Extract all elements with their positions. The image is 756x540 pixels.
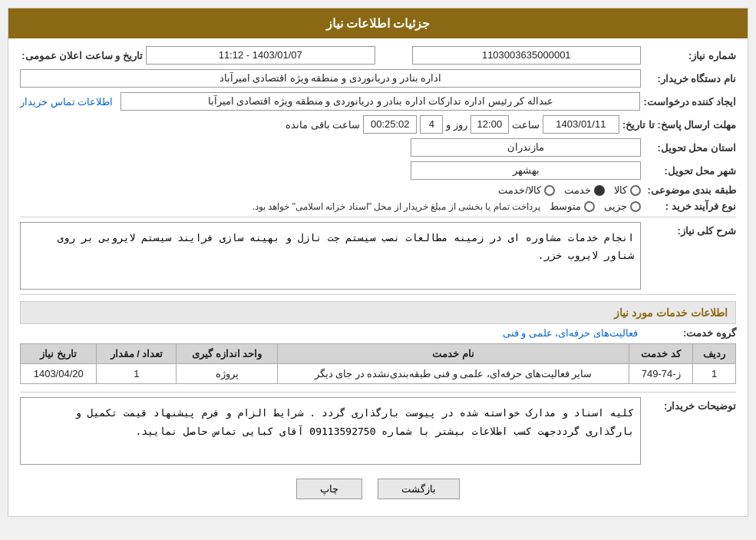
- purchase-type-mota[interactable]: متوسط: [550, 200, 595, 212]
- deadline-days-label: روز و: [446, 119, 467, 131]
- city-value: بهشهر: [411, 161, 641, 180]
- pub-date-value: 1403/01/07 - 11:12: [146, 46, 375, 65]
- category-option2-label: خدمت: [564, 184, 591, 196]
- category-option-kala-khedmat[interactable]: کالا/خدمت: [498, 184, 555, 196]
- category-radio-group: کالا خدمت کالا/خدمت: [20, 184, 641, 196]
- purchase-type2-label: متوسط: [550, 200, 581, 212]
- print-button[interactable]: چاپ: [296, 479, 362, 499]
- col-header-unit: واحد اندازه گیری: [177, 344, 277, 364]
- col-header-date: تاریخ نیاز: [21, 344, 97, 364]
- deadline-time-label: ساعت: [512, 119, 540, 131]
- customer-name-value: اداره بنادر و دریانوردی و منطقه ویژه اقت…: [20, 69, 641, 88]
- radio-kala-icon: [630, 185, 641, 196]
- desc-section-label: شرح کلی نیاز:: [644, 222, 736, 237]
- category-option-kala[interactable]: کالا: [614, 184, 641, 196]
- bottom-buttons: بازگشت چاپ: [20, 469, 736, 509]
- deadline-days: 4: [420, 115, 443, 134]
- buyer-notes-textarea: [20, 397, 641, 465]
- province-label: استان محل تحویل:: [644, 142, 736, 154]
- deadline-remaining: 00:25:02: [363, 115, 417, 134]
- table-row: 1ز-74-749سایر فعالیت‌های حرفه‌ای، علمی و…: [21, 364, 736, 384]
- purchase-type-jozi[interactable]: جزیی: [604, 200, 641, 212]
- col-header-name: نام خدمت: [277, 344, 629, 364]
- creator-link[interactable]: اطلاعات تماس خریدار: [20, 96, 113, 108]
- creator-label: ایجاد کننده درخواست:: [643, 96, 736, 108]
- table-cell: ز-74-749: [629, 364, 693, 384]
- buyer-notes-label: توضیحات خریدار:: [644, 397, 736, 412]
- deadline-remaining-label: ساعت باقی مانده: [286, 119, 360, 131]
- category-option3-label: کالا/خدمت: [498, 184, 541, 196]
- col-header-code: کد خدمت: [629, 344, 693, 364]
- services-table: ردیف کد خدمت نام خدمت واحد اندازه گیری ت…: [20, 343, 736, 384]
- col-header-row: ردیف: [693, 344, 736, 364]
- radio-jozi-icon: [630, 201, 641, 212]
- purchase-type1-label: جزیی: [604, 200, 627, 212]
- province-value: مازندران: [411, 138, 641, 157]
- purchase-type-radio-group: جزیی متوسط پرداخت تمام یا بخشی از مبلغ خ…: [20, 200, 641, 212]
- need-number-value: 1103003635000001: [412, 46, 642, 65]
- table-cell: 1: [693, 364, 736, 384]
- category-option1-label: کالا: [614, 184, 627, 196]
- radio-mota-icon: [584, 201, 595, 212]
- services-section-header: اطلاعات خدمات مورد نیاز: [20, 301, 736, 324]
- col-header-qty: تعداد / مقدار: [97, 344, 177, 364]
- table-cell: 1403/04/20: [21, 364, 97, 384]
- customer-name-label: نام دستگاه خریدار:: [644, 73, 736, 84]
- desc-textarea: [20, 222, 641, 290]
- deadline-date: 1403/01/11: [543, 115, 619, 134]
- city-label: شهر محل تحویل:: [644, 165, 736, 177]
- category-label: طبقه بندی موضوعی:: [644, 184, 736, 196]
- creator-value: عبداله کر رئیس اداره تدارکات اداره بنادر…: [120, 92, 640, 111]
- purchase-note: پرداخت تمام یا بخشی از مبلغ خریدار از مح…: [20, 201, 540, 212]
- table-cell: پروژه: [177, 364, 277, 384]
- table-cell: 1: [97, 364, 177, 384]
- group-service-label: گروه خدمت:: [644, 327, 736, 339]
- table-cell: سایر فعالیت‌های حرفه‌ای، علمی و فنی طبقه…: [277, 364, 629, 384]
- group-service-link[interactable]: فعالیت‌های حرفه‌ای، علمی و فنی: [503, 327, 638, 339]
- back-button[interactable]: بازگشت: [378, 479, 460, 499]
- radio-khedmat-icon: [594, 185, 605, 196]
- pub-date-label: تاریخ و ساعت اعلان عمومی:: [20, 50, 143, 61]
- page-title: جزئیات اطلاعات نیاز: [8, 8, 748, 38]
- need-number-label: شماره نیاز:: [644, 50, 736, 61]
- radio-kala-khedmat-icon: [544, 185, 555, 196]
- category-option-khedmat[interactable]: خدمت: [564, 184, 605, 196]
- purchase-type-label: نوع فرآیند خرید :: [644, 200, 736, 212]
- deadline-label: مهلت ارسال پاسخ: تا تاریخ:: [622, 119, 736, 131]
- deadline-time: 12:00: [470, 115, 509, 134]
